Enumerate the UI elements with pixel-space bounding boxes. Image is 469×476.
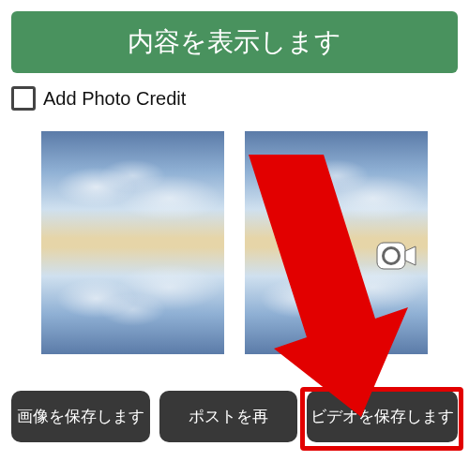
media-thumbnails (11, 131, 458, 354)
photo-credit-label: Add Photo Credit (43, 88, 186, 110)
image-thumbnail[interactable] (41, 131, 224, 354)
save-video-button[interactable]: ビデオを保存します (307, 391, 458, 442)
photo-credit-checkbox[interactable] (11, 86, 36, 111)
repost-button[interactable]: ポストを再 (159, 391, 298, 442)
video-camera-icon (375, 237, 418, 275)
photo-credit-row: Add Photo Credit (11, 86, 458, 111)
video-thumbnail[interactable] (245, 131, 428, 354)
action-button-row: 画像を保存します ポストを再 ビデオを保存します (11, 391, 458, 442)
save-image-button[interactable]: 画像を保存します (11, 391, 150, 442)
show-content-button[interactable]: 内容を表示します (11, 11, 458, 73)
